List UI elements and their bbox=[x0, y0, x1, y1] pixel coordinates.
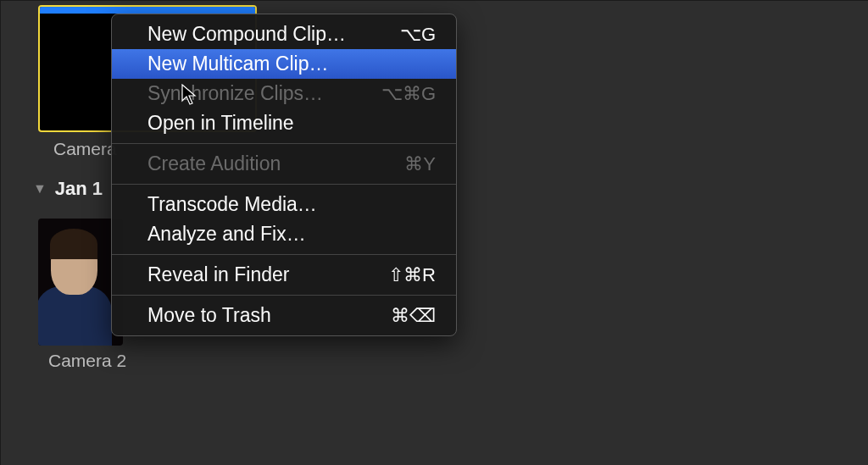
menu-item-label: New Multicam Clip… bbox=[147, 53, 328, 75]
context-menu[interactable]: New Compound Clip…⌥GNew Multicam Clip…Sy… bbox=[111, 14, 457, 336]
menu-item-label: Analyze and Fix… bbox=[147, 223, 306, 246]
menu-separator bbox=[112, 184, 456, 185]
menu-shortcut: ⌘⌫ bbox=[391, 305, 436, 327]
menu-item-label: Synchronize Clips… bbox=[147, 82, 323, 105]
menu-item[interactable]: Open in Timeline bbox=[112, 108, 456, 138]
menu-separator bbox=[112, 254, 456, 255]
menu-item: Create Audition⌘Y bbox=[112, 149, 456, 179]
menu-item-label: Reveal in Finder bbox=[147, 263, 289, 286]
menu-shortcut: ⌘Y bbox=[404, 153, 436, 175]
menu-item-label: Transcode Media… bbox=[147, 193, 317, 216]
menu-item-label: Move to Trash bbox=[147, 304, 271, 327]
disclosure-triangle-icon[interactable]: ▼ bbox=[33, 181, 47, 197]
menu-item-label: New Compound Clip… bbox=[147, 23, 346, 46]
menu-item[interactable]: Move to Trash⌘⌫ bbox=[112, 301, 456, 330]
menu-item[interactable]: New Multicam Clip… bbox=[112, 49, 456, 79]
menu-item[interactable]: New Compound Clip…⌥G bbox=[112, 19, 456, 49]
scrub-bar bbox=[40, 7, 255, 14]
menu-item[interactable]: Analyze and Fix… bbox=[112, 219, 456, 249]
menu-item-label: Open in Timeline bbox=[147, 112, 294, 135]
menu-shortcut: ⌥G bbox=[400, 24, 436, 46]
menu-item-label: Create Audition bbox=[147, 152, 281, 175]
menu-separator bbox=[112, 143, 456, 144]
menu-shortcut: ⇧⌘R bbox=[388, 264, 436, 286]
menu-item[interactable]: Reveal in Finder⇧⌘R bbox=[112, 260, 456, 290]
date-label: Jan 1 bbox=[55, 178, 103, 200]
menu-item[interactable]: Transcode Media… bbox=[112, 190, 456, 219]
menu-separator bbox=[112, 295, 456, 296]
clip-thumbnail[interactable] bbox=[38, 219, 123, 346]
menu-shortcut: ⌥⌘G bbox=[381, 83, 436, 105]
clip-label: Camera 2 bbox=[48, 351, 868, 371]
menu-item: Synchronize Clips…⌥⌘G bbox=[112, 79, 456, 108]
